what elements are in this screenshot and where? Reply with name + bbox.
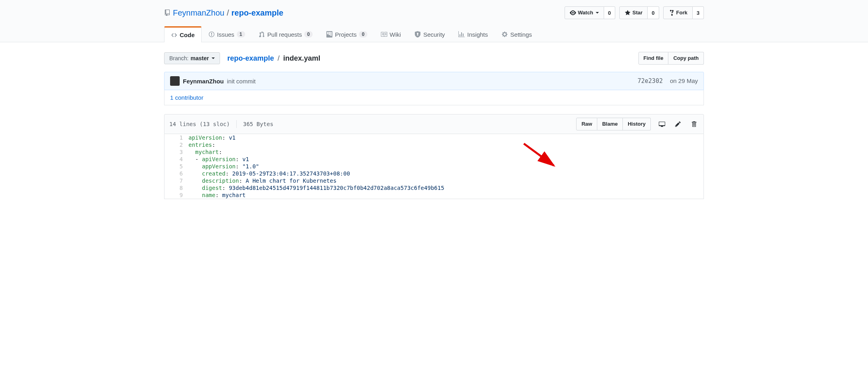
history-button[interactable]: History — [623, 118, 651, 130]
code-line: 6 created: 2019-05-29T23:04:17.352743703… — [164, 170, 704, 177]
issue-icon — [208, 31, 215, 38]
line-number[interactable]: 5 — [164, 163, 188, 170]
blob-size: 365 Bytes — [243, 121, 273, 127]
line-number[interactable]: 2 — [164, 141, 188, 148]
line-content: created: 2019-05-29T23:04:17.352743703+0… — [188, 170, 350, 177]
issues-count: 1 — [237, 31, 245, 38]
line-number[interactable]: 7 — [164, 177, 188, 184]
pulls-count: 0 — [304, 31, 313, 38]
line-content: mychart: — [188, 148, 222, 156]
tab-pulls[interactable]: Pull requests 0 — [252, 26, 319, 42]
fork-count[interactable]: 3 — [693, 6, 704, 19]
line-content: digest: 93deb4d81eb24515d47919f144811b73… — [188, 184, 444, 191]
raw-button[interactable]: Raw — [576, 118, 597, 130]
watch-count[interactable]: 0 — [604, 6, 615, 19]
caret-down-icon — [212, 57, 215, 59]
tab-code-label: Code — [180, 32, 195, 38]
line-content: - apiVersion: v1 — [188, 156, 249, 163]
tab-projects-label: Projects — [335, 31, 357, 38]
tab-issues-label: Issues — [217, 31, 234, 38]
delete-button[interactable] — [689, 119, 699, 129]
avatar[interactable] — [170, 76, 180, 86]
projects-count: 0 — [359, 31, 367, 38]
line-number[interactable]: 3 — [164, 148, 188, 156]
branch-label: Branch: — [169, 55, 188, 61]
tab-issues[interactable]: Issues 1 — [202, 26, 252, 42]
branch-select[interactable]: Branch: master — [164, 52, 220, 64]
line-content: entries: — [188, 141, 215, 148]
tab-wiki-label: Wiki — [390, 31, 401, 38]
commit-tease: FeynmanZhou init commit 72e2302 on 29 Ma… — [164, 72, 704, 90]
breadcrumb: repo-example / index.yaml — [227, 54, 320, 63]
line-number[interactable]: 6 — [164, 170, 188, 177]
blame-button[interactable]: Blame — [597, 118, 623, 130]
commit-date: on 29 May — [670, 77, 698, 85]
shield-icon — [414, 31, 421, 38]
book-icon — [381, 31, 387, 38]
commit-sha[interactable]: 72e2302 — [638, 77, 663, 85]
desktop-icon — [659, 121, 665, 127]
code-line: 5 appVersion: "1.0" — [164, 163, 704, 170]
copy-path-button[interactable]: Copy path — [668, 52, 704, 65]
tab-projects[interactable]: Projects 0 — [319, 26, 374, 42]
pencil-icon — [675, 121, 681, 127]
watch-label: Watch — [578, 9, 593, 17]
tab-security[interactable]: Security — [408, 26, 452, 42]
breadcrumb-root[interactable]: repo-example — [227, 54, 274, 62]
line-content: name: mychart — [188, 191, 246, 199]
blob-lines: 14 lines (13 sloc) — [169, 121, 230, 127]
tab-pulls-label: Pull requests — [268, 31, 302, 38]
fork-icon — [668, 10, 675, 16]
code-line: 1apiVersion: v1 — [164, 134, 704, 141]
project-icon — [326, 31, 333, 38]
caret-down-icon — [596, 12, 599, 14]
star-button[interactable]: Star — [619, 6, 648, 19]
tab-insights[interactable]: Insights — [452, 26, 495, 42]
code-line: 7 description: A Helm chart for Kubernet… — [164, 177, 704, 184]
trash-icon — [691, 121, 697, 127]
contributors-link[interactable]: 1 contributor — [170, 94, 203, 101]
line-number[interactable]: 4 — [164, 156, 188, 163]
tab-security-label: Security — [423, 31, 445, 38]
eye-icon — [570, 10, 576, 16]
repo-link[interactable]: repo-example — [232, 8, 283, 18]
code-line: 2entries: — [164, 141, 704, 148]
divider — [236, 120, 237, 128]
commit-author[interactable]: FeynmanZhou — [183, 78, 224, 85]
owner-link[interactable]: FeynmanZhou — [173, 8, 224, 18]
path-separator: / — [227, 8, 229, 18]
star-label: Star — [632, 9, 642, 17]
code-line: 3 mychart: — [164, 148, 704, 156]
code-line: 8 digest: 93deb4d81eb24515d47919f144811b… — [164, 184, 704, 191]
line-number[interactable]: 8 — [164, 184, 188, 191]
tab-code[interactable]: Code — [164, 26, 202, 42]
star-count[interactable]: 0 — [648, 6, 659, 19]
edit-button[interactable] — [673, 119, 683, 129]
tab-insights-label: Insights — [467, 31, 488, 38]
commit-message[interactable]: init commit — [227, 78, 256, 85]
path-separator: / — [277, 54, 279, 62]
code-line: 4 - apiVersion: v1 — [164, 156, 704, 163]
star-icon — [624, 10, 631, 16]
fork-button[interactable]: Fork — [663, 6, 693, 19]
desktop-button[interactable] — [657, 119, 667, 129]
pull-request-icon — [259, 31, 265, 38]
tab-wiki[interactable]: Wiki — [374, 26, 408, 42]
line-number[interactable]: 1 — [164, 134, 188, 141]
find-file-button[interactable]: Find file — [638, 52, 669, 65]
code-line: 9 name: mychart — [164, 191, 704, 199]
fork-label: Fork — [676, 9, 688, 17]
code-icon — [171, 32, 177, 38]
repo-icon — [164, 10, 170, 16]
contributors: 1 contributor — [164, 90, 704, 105]
line-number[interactable]: 9 — [164, 191, 188, 199]
blob-toolbar: 14 lines (13 sloc) 365 Bytes Raw Blame H… — [164, 114, 704, 134]
repo-title: FeynmanZhou / repo-example — [164, 8, 283, 18]
line-content: description: A Helm chart for Kubernetes — [188, 177, 337, 184]
tab-settings[interactable]: Settings — [495, 26, 539, 42]
watch-button[interactable]: Watch — [565, 6, 604, 19]
graph-icon — [458, 31, 465, 38]
breadcrumb-file: index.yaml — [283, 54, 320, 62]
repo-nav: Code Issues 1 Pull requests 0 Projects 0… — [164, 26, 704, 42]
branch-value: master — [190, 55, 209, 61]
